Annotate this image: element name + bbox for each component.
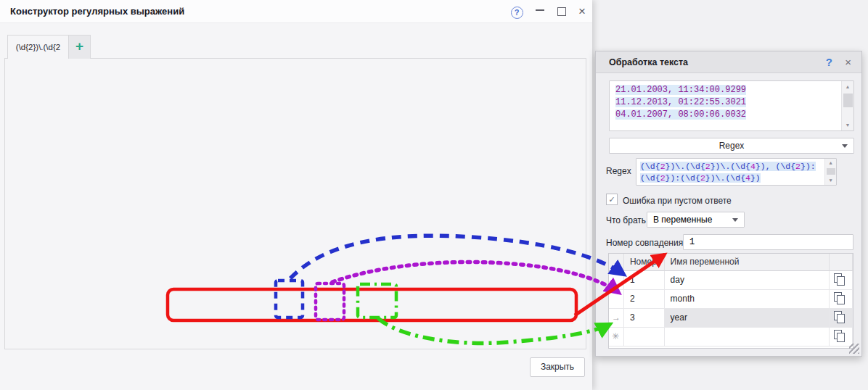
regex-line: (\d{2}):(\d{2})\.(\d{4}) [640,173,761,185]
panel-header: Обработка текста ? × [596,51,861,73]
current-row-icon: → [609,309,624,328]
chevron-down-icon [842,144,848,148]
column-header[interactable]: Номер [624,254,665,271]
tab-content-frame [4,58,586,349]
var-name-cell[interactable]: day [665,271,830,290]
chevron-down-icon [732,218,738,222]
help-icon[interactable]: ? [509,5,524,18]
match-number-input[interactable]: 1 [683,234,853,250]
variable-row[interactable]: ✳ [609,328,853,347]
panel-regex-input[interactable]: (\d{2})\.(\d{2})\.(\d{4}), (\d{2}):(\d{2… [636,158,837,186]
panel-close-icon[interactable]: × [845,56,851,68]
copy-cell[interactable] [830,290,853,309]
maximize-icon[interactable] [554,5,569,18]
scroll-up-icon[interactable]: ▲ [842,84,853,89]
new-row-icon: ✳ [609,328,624,347]
panel-regex-label: Regex [606,166,631,176]
var-number-cell[interactable] [624,328,665,347]
text-processing-panel: Обработка текста ? × 21.01.2003, 11:34:0… [595,51,862,357]
panel-vertical-scrollbar[interactable]: ▲ ▼ [841,81,853,130]
titlebar: Конструктор регулярных выражений ? × [0,0,592,23]
copy-icon[interactable] [834,292,846,304]
column-header[interactable]: Имя переменной [665,254,830,271]
copy-icon[interactable] [834,311,846,323]
tab-regex[interactable]: (\d{2})\.(\d{2 [7,35,69,59]
scroll-thumb[interactable] [843,94,853,107]
variable-row[interactable]: 2month [609,290,853,309]
close-button[interactable]: Закрыть [530,357,585,377]
panel-title: Обработка текста [609,57,688,67]
var-name-cell[interactable]: month [665,290,830,309]
close-icon[interactable]: × [575,5,589,18]
sample-text-line: 04.01.2007, 08:00:06.0032 [615,109,746,122]
sample-text-line: 21.01.2003, 11:34:00.9299 [615,85,746,97]
regex-constructor-window: Конструктор регулярных выражений ? × (\d… [0,0,592,390]
what-dropdown[interactable]: В переменные [647,212,745,228]
copy-cell[interactable] [830,309,853,328]
sample-text-line: 11.12.2013, 01:22:55.3021 [615,97,746,109]
panel-help-icon[interactable]: ? [826,56,832,68]
scroll-thumb[interactable] [827,168,835,175]
resize-grip[interactable] [849,344,859,354]
vars-table-header: НомерИмя переменной [609,254,853,271]
column-header [609,254,624,271]
copy-icon[interactable] [834,273,846,286]
column-header [830,254,853,271]
panel-text-area[interactable]: 21.01.2003, 11:34:00.929911.12.2013, 01:… [609,80,854,131]
var-number-cell[interactable]: 3 [624,309,665,328]
row-indicator [609,290,624,309]
variables-table: НомерИмя переменной1day2month→3year✳ [608,253,853,349]
var-name-cell[interactable] [665,328,830,347]
copy-cell[interactable] [830,271,853,290]
scroll-down-icon[interactable]: ▼ [842,123,853,128]
minimize-icon[interactable] [533,5,547,18]
row-indicator [609,271,624,290]
scroll-down-icon[interactable]: ▼ [825,178,836,183]
var-name-cell[interactable]: year [665,309,830,328]
window-title: Конструктор регулярных выражений [10,6,184,17]
scroll-up-icon[interactable]: ▲ [825,160,836,166]
mode-dropdown[interactable]: Regex [609,138,854,154]
copy-icon[interactable] [834,330,846,342]
var-number-cell[interactable]: 1 [624,271,665,290]
variable-row[interactable]: →3year [609,309,853,328]
regex-scrollbar[interactable]: ▲ ▼ [824,159,836,185]
variable-row[interactable]: 1day [609,271,853,290]
error-checkbox[interactable]: ✓ [606,194,618,205]
add-tab-button[interactable]: + [69,35,91,59]
what-label: Что брать [606,215,646,225]
var-number-cell[interactable]: 2 [624,290,665,309]
match-number-label: Номер совпадения [606,238,683,248]
regex-line: (\d{2})\.(\d{2})\.(\d{4}), (\d{2}): [640,162,816,173]
error-checkbox-label[interactable]: Ошибка при пустом ответе [623,196,732,206]
